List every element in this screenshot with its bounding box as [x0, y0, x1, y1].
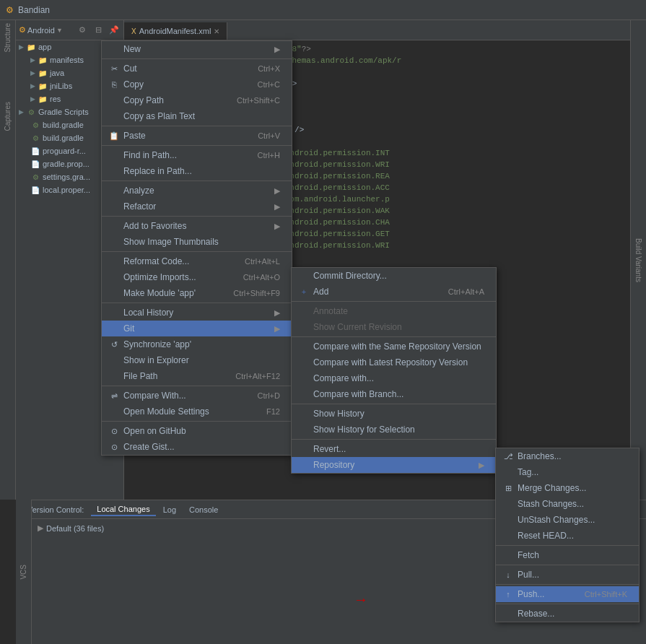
separator-2 [102, 126, 292, 126]
menu-item-file-path[interactable]: File Path Ctrl+Alt+F12 [102, 368, 292, 384]
menu-item-open-module[interactable]: Open Module Settings F12 [102, 404, 292, 419]
menu-item-open-github[interactable]: ⊙ Open on GitHub [102, 423, 292, 439]
expand-arrow[interactable]: ▶ [38, 523, 43, 533]
menu-item-refactor[interactable]: Refactor ▶ [102, 199, 292, 214]
collapse-icon[interactable]: ⊟ [92, 24, 105, 37]
menu-item-compare-latest[interactable]: Compare with Latest Repository Version [292, 354, 496, 370]
vcs-label[interactable]: VCS [18, 562, 29, 583]
menu-item-compare-with2[interactable]: Compare with... [292, 370, 496, 386]
tab-local-changes[interactable]: Local Changes [91, 503, 155, 516]
menu-item-merge[interactable]: ⊞ Merge Changes... [496, 480, 639, 496]
repo-sep-4 [496, 604, 639, 604]
arrow-icon: ▶ [274, 45, 280, 54]
menu-item-show-history-sel[interactable]: Show History for Selection [292, 422, 496, 438]
menu-item-rebase[interactable]: Rebase... [496, 606, 639, 622]
structure-label[interactable]: Structure [2, 20, 13, 56]
tab-console[interactable]: Console [183, 504, 224, 515]
close-tab-icon[interactable]: ✕ [214, 27, 219, 35]
menu-item-commit-dir[interactable]: Commit Directory... [292, 268, 496, 284]
menu-item-paste[interactable]: 📋 Paste Ctrl+V [102, 128, 292, 144]
compare-icon: ⇌ [108, 391, 121, 401]
cut-icon: ✂ [108, 64, 121, 74]
menu-item-copy[interactable]: ⎘ Copy Ctrl+C [102, 77, 292, 92]
menu-item-add-favorites[interactable]: Add to Favorites ▶ [102, 218, 292, 234]
menu-item-create-gist[interactable]: ⊙ Create Gist... [102, 439, 292, 455]
refactor-arrow-icon: ▶ [274, 202, 280, 212]
push-icon: ↑ [502, 590, 515, 599]
pull-icon: ↓ [502, 570, 515, 579]
separator-5 [102, 216, 292, 217]
menu-item-repository[interactable]: Repository ▶ [292, 457, 496, 473]
git-sep-3 [292, 404, 496, 404]
branches-icon: ⎇ [502, 452, 515, 461]
android-dropdown[interactable]: ⚙ Android ▼ [19, 25, 63, 35]
menu-item-reset-head[interactable]: Reset HEAD... [496, 528, 639, 544]
menu-item-copy-path[interactable]: Copy Path Ctrl+Shift+C [102, 92, 292, 108]
repo-arrow-icon: ▶ [479, 461, 484, 470]
menu-item-find-path[interactable]: Find in Path... Ctrl+H [102, 147, 292, 163]
menu-item-show-history[interactable]: Show History [292, 406, 496, 422]
merge-icon: ⊞ [502, 484, 515, 493]
analyze-arrow-icon: ▶ [274, 186, 280, 196]
menu-item-annotate[interactable]: Annotate [292, 303, 496, 319]
menu-item-unstash[interactable]: UnStash Changes... [496, 512, 639, 528]
app-icon: ⚙ [6, 5, 14, 15]
add-icon: + [297, 287, 310, 296]
menu-item-show-revision[interactable]: Show Current Revision [292, 319, 496, 335]
git-sep-4 [292, 439, 496, 440]
pin-icon[interactable]: 📌 [108, 24, 121, 37]
menu-item-cut[interactable]: ✂ Cut Ctrl+X [102, 61, 292, 77]
git-sep-2 [292, 336, 496, 337]
menu-item-tag[interactable]: Tag... [496, 464, 639, 480]
menu-item-replace-path[interactable]: Replace in Path... [102, 163, 292, 179]
separator-8 [102, 386, 292, 386]
menu-item-pull[interactable]: ↓ Pull... [496, 567, 639, 583]
git-arrow-icon: ▶ [274, 324, 280, 334]
separator-6 [102, 251, 292, 252]
menu-item-compare-branch[interactable]: Compare with Branch... [292, 386, 496, 402]
history-arrow-icon: ▶ [274, 308, 280, 318]
menu-item-branches[interactable]: ⎇ Branches... [496, 448, 639, 464]
separator-7 [102, 303, 292, 303]
menu-item-analyze[interactable]: Analyze ▶ [102, 183, 292, 199]
vcs-bottom-label: VCS [16, 500, 32, 644]
menu-item-compare-same[interactable]: Compare with the Same Repository Version [292, 339, 496, 354]
git-sep-1 [292, 301, 496, 302]
menu-item-stash[interactable]: Stash Changes... [496, 496, 639, 512]
repo-sep-1 [496, 545, 639, 546]
menu-item-git[interactable]: Git ▶ [102, 321, 292, 336]
menu-item-local-history[interactable]: Local History ▶ [102, 305, 292, 321]
menu-item-show-explorer[interactable]: Show in Explorer [102, 352, 292, 368]
menu-item-push[interactable]: ↑ Push... Ctrl+Shift+K [496, 586, 639, 602]
settings-icon[interactable]: ⚙ [76, 24, 89, 37]
menu-item-fetch[interactable]: Fetch [496, 547, 639, 563]
tab-log[interactable]: Log [157, 504, 182, 515]
title-bar: ⚙ Bandian [0, 0, 646, 20]
git-submenu: Commit Directory... + Add Ctrl+Alt+A Ann… [291, 267, 497, 474]
menu-item-reformat[interactable]: Reformat Code... Ctrl+Alt+L [102, 253, 292, 269]
separator-9 [102, 421, 292, 422]
side-labels: Structure Captures [0, 20, 16, 500]
menu-item-add[interactable]: + Add Ctrl+Alt+A [292, 284, 496, 300]
menu-item-optimize[interactable]: Optimize Imports... Ctrl+Alt+O [102, 269, 292, 285]
xml-tab-icon: X [131, 27, 136, 35]
menu-item-compare-with[interactable]: ⇌ Compare With... Ctrl+D [102, 388, 292, 404]
build-variants-sidebar[interactable]: Build Variants [630, 20, 646, 500]
sync-icon: ↺ [108, 340, 121, 349]
menu-item-new[interactable]: New ▶ [102, 41, 292, 57]
editor-tabs: X AndroidManifest.xml ✕ [124, 20, 646, 40]
menu-item-sync[interactable]: ↺ Synchronize 'app' [102, 336, 292, 352]
gist-icon: ⊙ [108, 443, 121, 452]
separator-3 [102, 145, 292, 146]
title-bar-text: Bandian [18, 5, 50, 15]
menu-item-make-module[interactable]: Make Module 'app' Ctrl+Shift+F9 [102, 285, 292, 301]
menu-item-show-thumbnails[interactable]: Show Image Thumbnails [102, 234, 292, 250]
build-variants-label[interactable]: Build Variants [634, 238, 642, 282]
editor-tab-manifest[interactable]: X AndroidManifest.xml ✕ [124, 22, 227, 40]
menu-item-revert[interactable]: Revert... [292, 441, 496, 457]
menu-item-copy-plain[interactable]: Copy as Plain Text [102, 108, 292, 124]
default-label: Default (36 files) [46, 524, 104, 533]
tab-version-control[interactable]: Version Control: [22, 504, 90, 515]
captures-label[interactable]: Captures [2, 99, 13, 134]
paste-icon: 📋 [108, 131, 121, 141]
